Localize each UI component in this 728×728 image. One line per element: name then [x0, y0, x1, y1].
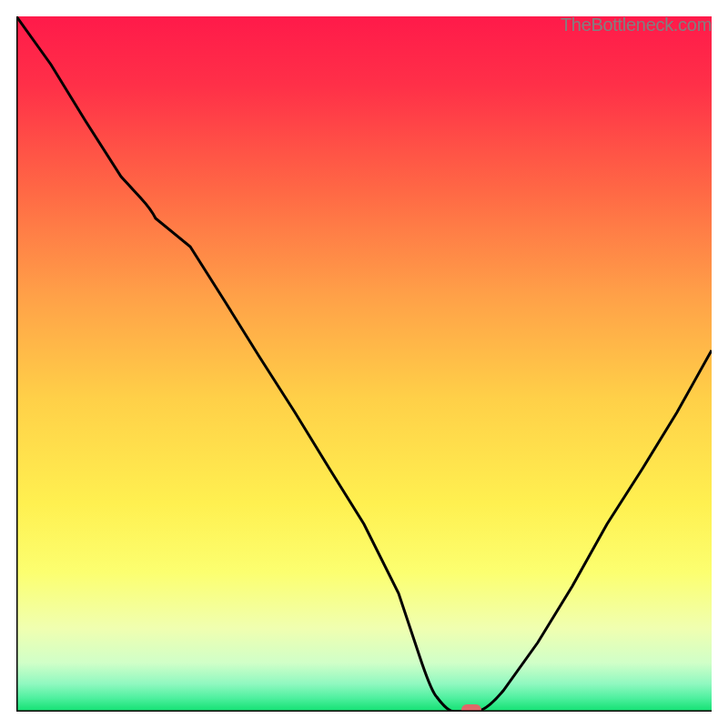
chart-container: TheBottleneck.com	[0, 0, 728, 728]
gradient-background	[16, 16, 712, 712]
plot-area: TheBottleneck.com	[16, 16, 712, 712]
watermark-text: TheBottleneck.com	[561, 15, 712, 35]
chart-svg	[16, 16, 712, 712]
